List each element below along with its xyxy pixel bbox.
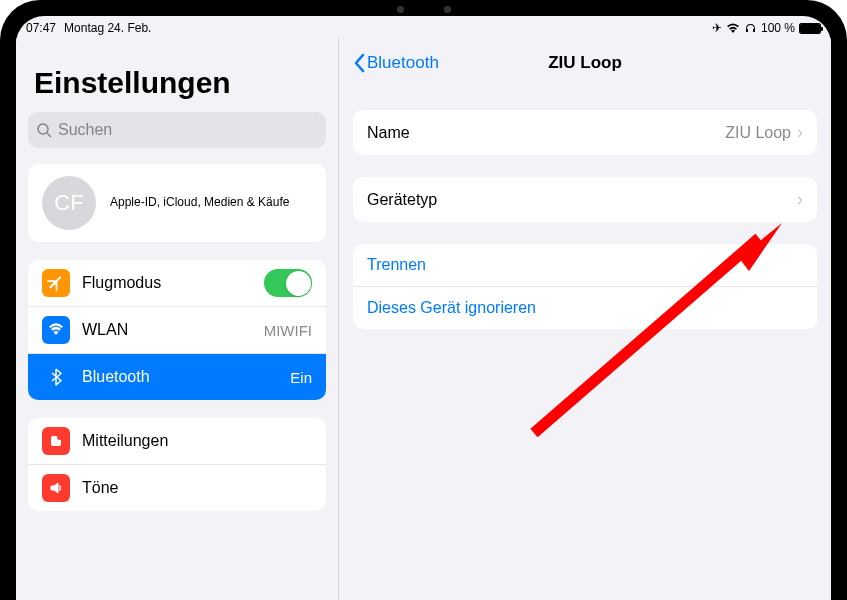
device-type-row[interactable]: Gerätetyp › [353,177,817,222]
headphones-icon [744,22,757,34]
disconnect-label: Trennen [367,256,426,274]
avatar: CF [42,176,96,230]
search-input[interactable]: Suchen [28,112,326,148]
device-frame: 07:47 Montag 24. Feb. ✈︎ 100 % Einstellu… [0,0,847,600]
search-placeholder: Suchen [58,121,112,139]
svg-point-0 [38,124,48,134]
airplane-toggle[interactable] [264,269,312,297]
airplane-icon [42,269,70,297]
sounds-icon [42,474,70,502]
sidebar-item-wlan[interactable]: WLAN MIWIFI [28,307,326,354]
status-bar: 07:47 Montag 24. Feb. ✈︎ 100 % [16,16,831,38]
sidebar-item-notifications[interactable]: Mitteilungen [28,418,326,465]
airplane-label: Flugmodus [82,274,252,292]
settings-sidebar: Einstellungen Suchen CF Apple-ID, iCloud… [16,38,338,600]
wlan-value: MIWIFI [264,322,312,339]
back-button[interactable]: Bluetooth [353,53,439,73]
name-row[interactable]: Name ZIU Loop › [353,110,817,155]
connectivity-group: Flugmodus WLAN MIWIFI Blu [28,260,326,400]
name-value: ZIU Loop [725,124,791,142]
chevron-left-icon [353,53,365,73]
bluetooth-icon [42,363,70,391]
back-label: Bluetooth [367,53,439,73]
detail-header: Bluetooth ZIU Loop [353,38,817,88]
forget-label: Dieses Gerät ignorieren [367,299,536,317]
device-type-card: Gerätetyp › [353,177,817,222]
airplane-mode-icon: ✈︎ [712,21,722,35]
wifi-settings-icon [42,316,70,344]
detail-pane: Bluetooth ZIU Loop Name ZIU Loop › [338,38,831,600]
name-card: Name ZIU Loop › [353,110,817,155]
disconnect-button[interactable]: Trennen [353,244,817,287]
status-date: Montag 24. Feb. [64,21,151,35]
battery-percent: 100 % [761,21,795,35]
bluetooth-value: Ein [290,369,312,386]
sounds-label: Töne [82,479,312,497]
profile-card[interactable]: CF Apple-ID, iCloud, Medien & Käufe [28,164,326,242]
battery-icon [799,23,821,34]
name-label: Name [367,124,410,142]
profile-subtitle: Apple-ID, iCloud, Medien & Käufe [110,195,289,211]
status-time: 07:47 [26,21,56,35]
detail-title: ZIU Loop [548,53,622,73]
svg-line-1 [47,133,51,137]
chevron-right-icon: › [797,189,803,210]
page-title: Einstellungen [34,66,320,100]
sidebar-item-sounds[interactable]: Töne [28,465,326,511]
wlan-label: WLAN [82,321,252,339]
sidebar-item-bluetooth[interactable]: Bluetooth Ein [28,354,326,400]
device-camera-dots [397,6,451,13]
general-group: Mitteilungen Töne [28,418,326,511]
notifications-label: Mitteilungen [82,432,312,450]
forget-device-button[interactable]: Dieses Gerät ignorieren [353,287,817,329]
actions-card: Trennen Dieses Gerät ignorieren [353,244,817,329]
screen: 07:47 Montag 24. Feb. ✈︎ 100 % Einstellu… [16,16,831,600]
svg-point-3 [57,434,63,440]
search-icon [36,122,52,138]
device-type-label: Gerätetyp [367,191,437,209]
sidebar-item-airplane[interactable]: Flugmodus [28,260,326,307]
wifi-icon [726,23,740,34]
chevron-right-icon: › [797,122,803,143]
notifications-icon [42,427,70,455]
bluetooth-label: Bluetooth [82,368,278,386]
